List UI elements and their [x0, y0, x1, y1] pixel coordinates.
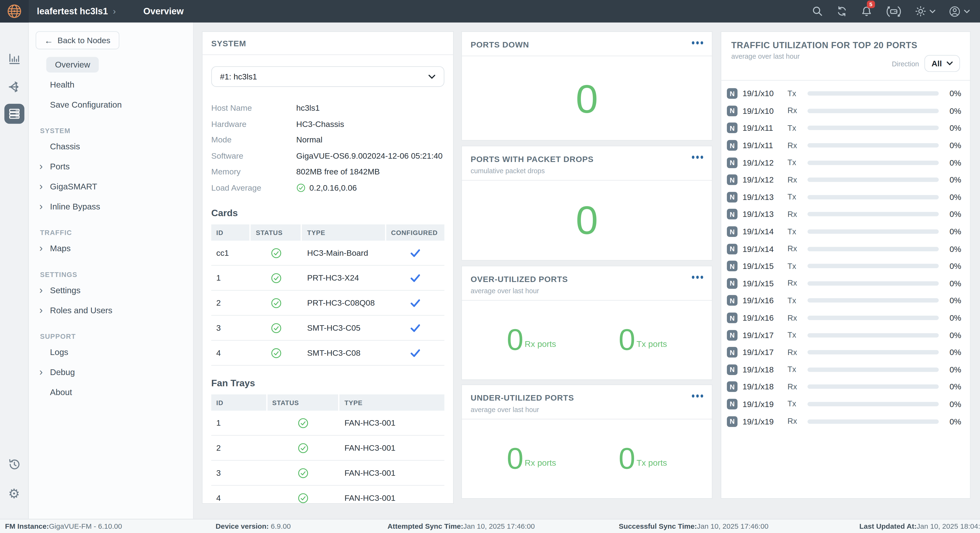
rail-settings-button[interactable]: ⚙ [8, 487, 20, 500]
check-circle-icon [298, 467, 309, 478]
cell-status [251, 322, 302, 334]
field-value: hc3ls1 [296, 103, 320, 113]
table-row: cc1 HC3-Main-Board [212, 241, 444, 266]
sidebar-item-overview[interactable]: Overview [29, 57, 193, 72]
widget-menu-button[interactable] [692, 395, 703, 397]
node-badge: N [727, 123, 738, 134]
utilization-bar [808, 316, 939, 320]
widget-menu-button[interactable] [692, 41, 703, 44]
utilization-percent: 0% [950, 106, 961, 116]
field-label: Memory [212, 167, 296, 176]
port-id: 19/1/x12 [742, 175, 788, 185]
sidebar-item[interactable]: › Roles and Users [29, 302, 193, 318]
status-item: Device version: 6.9.00 [216, 522, 291, 530]
cards-table-title: Cards [212, 208, 444, 218]
cell-status [251, 297, 302, 309]
sidebar-item[interactable]: › Inline Bypass [29, 199, 193, 214]
sidebar-item[interactable]: › Debug [29, 364, 193, 380]
port-id: 19/1/x19 [742, 417, 788, 426]
utilization-bar [808, 229, 939, 234]
widget-subtitle: average over last hour [471, 406, 703, 413]
check-circle-icon [298, 492, 309, 503]
node-badge: N [727, 364, 738, 375]
sidebar-item[interactable]: › Settings [29, 283, 193, 298]
sidebar-section-traffic: TRAFFIC [29, 229, 193, 236]
sidebar-item-save-configuration[interactable]: Save Configuration [29, 97, 193, 112]
cell-type: FAN-HC3-001 [339, 418, 444, 428]
field-value: 802MB free of 1842MB [296, 167, 380, 176]
tx-ports-value: 0 [619, 325, 635, 355]
logo-button[interactable] [0, 0, 29, 22]
history-icon [7, 458, 21, 471]
node-badge: N [727, 88, 738, 99]
bar-chart-icon [7, 53, 21, 65]
rail-dashboards-button[interactable] [7, 53, 21, 65]
sidebar-item[interactable]: › Maps [29, 241, 193, 256]
chevron-down-icon [947, 61, 953, 65]
node-selector[interactable]: #1: hc3ls1 [212, 66, 444, 87]
widget-menu-button[interactable] [692, 275, 703, 278]
rx-ports-stat: 0 Rx ports [507, 444, 556, 474]
column-header-id: ID [212, 224, 251, 241]
theme-button[interactable] [915, 6, 935, 17]
page: leafertest hc3ls1 › Overview [0, 0, 980, 533]
port-direction: Tx [788, 227, 805, 236]
search-button[interactable] [812, 6, 823, 17]
rail-traffic-button[interactable] [7, 80, 21, 94]
cell-type: HC3-Main-Board [302, 248, 386, 258]
notifications-button[interactable]: 5 [861, 5, 873, 17]
cell-configured [386, 272, 444, 284]
breadcrumb-node[interactable]: leafertest hc3ls1 [37, 6, 108, 16]
check-circle-icon [271, 297, 282, 309]
port-id: 19/1/x15 [742, 278, 788, 288]
sidebar-item[interactable]: › Ports [29, 159, 193, 174]
node-badge: N [727, 209, 738, 220]
utilization-percent: 0% [950, 278, 961, 288]
sidebar-item[interactable]: About [29, 384, 193, 400]
utilization-bar [808, 91, 939, 95]
column-header-id: ID [212, 395, 267, 410]
traffic-row: N 19/1/x14 Rx 0% [727, 240, 961, 258]
traffic-rows: N 19/1/x10 Tx 0% N 19/1/x10 Rx 0% N 19/1… [721, 81, 970, 430]
sidebar-item[interactable]: Logs [29, 345, 193, 360]
check-circle-icon [271, 347, 282, 358]
sidebar-group-traffic: › Maps [29, 241, 193, 256]
account-button[interactable] [949, 5, 970, 17]
direction-select[interactable]: All [925, 55, 960, 72]
port-id: 19/1/x19 [742, 399, 788, 409]
sidebar-section-support: SUPPORT [29, 333, 193, 340]
sidebar-section-system: SYSTEM [29, 127, 193, 134]
widget-title: PORTS WITH PACKET DROPS [471, 154, 593, 164]
utilization-bar [808, 247, 939, 251]
field-label: Load Average [212, 183, 296, 192]
rx-ports-label: Rx ports [525, 458, 556, 468]
back-to-nodes-button[interactable]: ← Back to Nodes [35, 31, 119, 49]
rail-history-button[interactable] [7, 458, 21, 471]
sidebar-item[interactable]: › GigaSMART [29, 179, 193, 194]
utilization-percent: 0% [950, 123, 961, 133]
port-id: 19/1/x11 [742, 141, 788, 150]
sidebar-item-health[interactable]: Health [29, 77, 193, 92]
utilization-bar [808, 402, 939, 406]
chevron-down-icon [428, 74, 436, 79]
utilization-bar [808, 368, 939, 372]
port-id: 19/1/x18 [742, 365, 788, 374]
status-item-value: Jan 10, 2025 17:46:00 [463, 522, 535, 530]
traffic-row: N 19/1/x15 Rx 0% [727, 275, 961, 292]
widget-menu-button[interactable] [692, 156, 703, 158]
breadcrumb[interactable]: leafertest hc3ls1 › [37, 6, 116, 16]
port-id: 19/1/x10 [742, 89, 788, 98]
fan-trays-table-body: 1 FAN-HC3-001 2 [212, 410, 444, 504]
sidebar-item[interactable]: Chassis [29, 139, 193, 154]
column-header-status: STATUS [267, 395, 339, 410]
port-direction: Rx [788, 382, 805, 391]
utilization-bar [808, 143, 939, 148]
status-item-label: Attempted Sync Time: [387, 522, 463, 530]
table-row: 3 FAN-HC3-001 [212, 461, 444, 486]
device-status-button[interactable] [886, 5, 902, 17]
rail-nodes-button-active[interactable] [4, 104, 24, 124]
port-id: 19/1/x14 [742, 244, 788, 253]
traffic-panel-title: TRAFFIC UTILIZATION FOR TOP 20 PORTS [731, 40, 960, 50]
refresh-button[interactable] [836, 6, 847, 17]
traffic-row: N 19/1/x17 Rx 0% [727, 344, 961, 361]
